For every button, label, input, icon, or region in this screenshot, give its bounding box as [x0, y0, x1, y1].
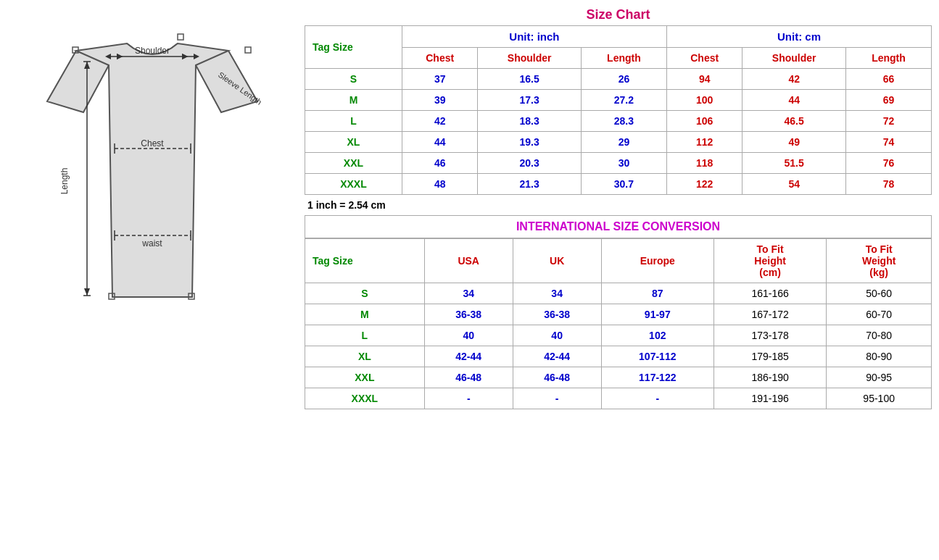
- intl-tag-cell: XL: [305, 346, 425, 367]
- intl-title-table: INTERNATIONAL SIZE CONVERSION: [305, 215, 932, 238]
- shoulder-cm-cell: 49: [742, 132, 845, 153]
- length-inch-cell: 30: [581, 153, 666, 174]
- intl-height-cell: 161-166: [713, 283, 826, 304]
- intl-conversion-title: INTERNATIONAL SIZE CONVERSION: [305, 216, 932, 238]
- shoulder-cm-cell: 44: [742, 90, 845, 111]
- size-chart-row: XXXL 48 21.3 30.7 122 54 78: [305, 174, 932, 195]
- chest-cm-cell: 118: [666, 153, 742, 174]
- col-length-inch: Length: [581, 48, 666, 69]
- intl-weight-cell: 90-95: [827, 367, 932, 388]
- intl-row: XXXL - - - 191-196 95-100: [305, 388, 932, 409]
- size-chart-row: XL 44 19.3 29 112 49 74: [305, 132, 932, 153]
- svg-text:Length: Length: [59, 168, 70, 195]
- tag-size-cell: XL: [305, 132, 402, 153]
- length-inch-cell: 27.2: [581, 90, 666, 111]
- col-length-cm: Length: [845, 48, 931, 69]
- size-chart-row: M 39 17.3 27.2 100 44 69: [305, 90, 932, 111]
- size-chart-row: L 42 18.3 28.3 106 46.5 72: [305, 111, 932, 132]
- intl-height-header: To FitHeight(cm): [713, 239, 826, 283]
- intl-uk-cell: 36-38: [513, 304, 601, 325]
- intl-height-cell: 167-172: [713, 304, 826, 325]
- intl-europe-header: Europe: [601, 239, 713, 283]
- shoulder-cm-cell: 54: [742, 174, 845, 195]
- tag-size-cell: XXXL: [305, 174, 402, 195]
- intl-weight-cell: 95-100: [827, 388, 932, 409]
- intl-height-cell: 179-185: [713, 346, 826, 367]
- col-shoulder-inch: Shoulder: [478, 48, 581, 69]
- intl-height-cell: 191-196: [713, 388, 826, 409]
- intl-weight-header: To FitWeight(kg): [827, 239, 932, 283]
- tag-size-cell: S: [305, 69, 402, 90]
- svg-rect-1: [178, 34, 183, 40]
- intl-europe-cell: 117-122: [601, 367, 713, 388]
- intl-row: S 34 34 87 161-166 50-60: [305, 283, 932, 304]
- size-chart-row: S 37 16.5 26 94 42 66: [305, 69, 932, 90]
- intl-uk-cell: -: [513, 388, 601, 409]
- shoulder-inch-cell: 17.3: [478, 90, 581, 111]
- chest-inch-cell: 37: [402, 69, 478, 90]
- intl-tag-cell: S: [305, 283, 425, 304]
- tshirt-diagram: Shoulder Sleeve Length Chest: [7, 7, 297, 340]
- svg-text:Shoulder: Shoulder: [135, 46, 170, 56]
- page-container: Shoulder Sleeve Length Chest: [0, 0, 939, 417]
- intl-europe-cell: -: [601, 388, 713, 409]
- length-cm-cell: 76: [845, 153, 931, 174]
- length-cm-cell: 69: [845, 90, 931, 111]
- intl-uk-cell: 40: [513, 325, 601, 346]
- intl-usa-cell: 36-38: [424, 304, 513, 325]
- intl-usa-header: USA: [424, 239, 513, 283]
- shoulder-cm-cell: 51.5: [742, 153, 845, 174]
- chest-inch-cell: 46: [402, 153, 478, 174]
- chest-cm-cell: 122: [666, 174, 742, 195]
- intl-usa-cell: 42-44: [424, 346, 513, 367]
- shoulder-cm-cell: 42: [742, 69, 845, 90]
- intl-weight-cell: 50-60: [827, 283, 932, 304]
- chest-inch-cell: 39: [402, 90, 478, 111]
- length-cm-cell: 66: [845, 69, 931, 90]
- chest-cm-cell: 94: [666, 69, 742, 90]
- intl-tag-cell: M: [305, 304, 425, 325]
- intl-row: XL 42-44 42-44 107-112 179-185 80-90: [305, 346, 932, 367]
- intl-usa-cell: -: [424, 388, 513, 409]
- tables-container: Size Chart Tag Size Unit: inch Unit: cm …: [305, 7, 932, 409]
- shoulder-cm-cell: 46.5: [742, 111, 845, 132]
- length-inch-cell: 30.7: [581, 174, 666, 195]
- intl-uk-cell: 46-48: [513, 367, 601, 388]
- intl-tag-cell: XXL: [305, 367, 425, 388]
- col-chest-inch: Chest: [402, 48, 478, 69]
- shoulder-inch-cell: 19.3: [478, 132, 581, 153]
- conversion-note: 1 inch = 2.54 cm: [305, 195, 932, 215]
- unit-cm-header: Unit: cm: [666, 26, 931, 48]
- length-inch-cell: 28.3: [581, 111, 666, 132]
- intl-weight-cell: 80-90: [827, 346, 932, 367]
- svg-marker-24: [84, 288, 90, 296]
- shoulder-inch-cell: 21.3: [478, 174, 581, 195]
- intl-conversion-table: Tag Size USA UK Europe To FitHeight(cm) …: [305, 238, 932, 409]
- shoulder-inch-cell: 18.3: [478, 111, 581, 132]
- svg-rect-2: [245, 47, 251, 53]
- intl-europe-cell: 107-112: [601, 346, 713, 367]
- length-inch-cell: 26: [581, 69, 666, 90]
- col-shoulder-cm: Shoulder: [742, 48, 845, 69]
- chest-cm-cell: 106: [666, 111, 742, 132]
- length-inch-cell: 29: [581, 132, 666, 153]
- intl-europe-cell: 91-97: [601, 304, 713, 325]
- chest-cm-cell: 100: [666, 90, 742, 111]
- intl-usa-cell: 46-48: [424, 367, 513, 388]
- intl-uk-header: UK: [513, 239, 601, 283]
- intl-tag-cell: L: [305, 325, 425, 346]
- size-chart-row: XXL 46 20.3 30 118 51.5 76: [305, 153, 932, 174]
- intl-height-cell: 173-178: [713, 325, 826, 346]
- intl-europe-cell: 102: [601, 325, 713, 346]
- shoulder-inch-cell: 20.3: [478, 153, 581, 174]
- intl-usa-cell: 34: [424, 283, 513, 304]
- svg-text:Chest: Chest: [141, 138, 164, 149]
- size-chart-title: Size Chart: [305, 7, 932, 22]
- tag-size-cell: M: [305, 90, 402, 111]
- intl-row: XXL 46-48 46-48 117-122 186-190 90-95: [305, 367, 932, 388]
- chest-inch-cell: 44: [402, 132, 478, 153]
- length-cm-cell: 74: [845, 132, 931, 153]
- intl-usa-cell: 40: [424, 325, 513, 346]
- intl-height-cell: 186-190: [713, 367, 826, 388]
- col-chest-cm: Chest: [666, 48, 742, 69]
